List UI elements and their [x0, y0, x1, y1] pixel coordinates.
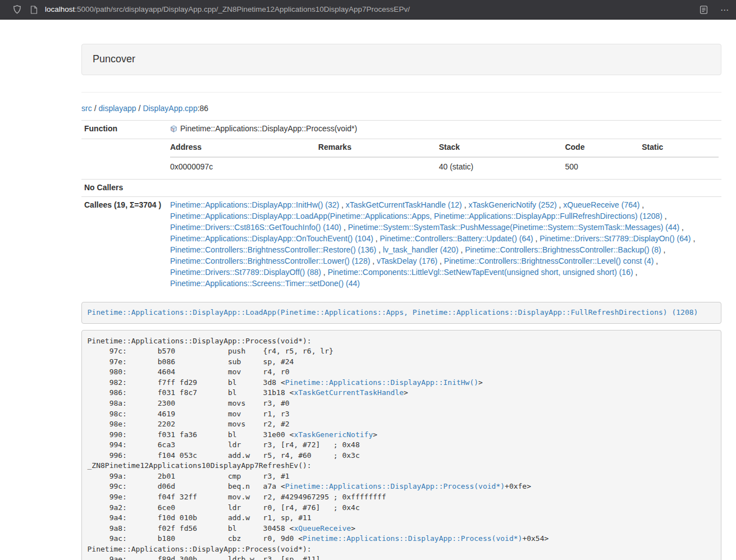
address-value: 0x0000097c [170, 157, 318, 176]
browser-url-bar: localhost:5000/path/src/displayapp/Displ… [0, 0, 736, 20]
callee-link[interactable]: Pinetime::Applications::Screens::Timer::… [170, 279, 360, 288]
page-actions-menu-icon[interactable]: ⋯ [720, 6, 729, 14]
divider [81, 92, 721, 93]
callees-row: Callees (19, Σ=3704 ) Pinetime::Applicat… [81, 196, 721, 292]
callees-label: Callees (19, Σ=3704 ) [81, 196, 167, 292]
disassembly-symbol-link[interactable]: Pinetime::Applications::DisplayApp::Proc… [303, 534, 522, 543]
column-header-address: Address [170, 142, 318, 157]
disassembly-line: Pinetime::Applications::DisplayApp::Proc… [88, 544, 716, 555]
shield-icon[interactable] [12, 4, 22, 15]
column-header-remarks: Remarks [318, 142, 439, 157]
callee-link[interactable]: Pinetime::Controllers::BrightnessControl… [444, 256, 653, 265]
disassembly-line: 98e: 2202 movs r2, #2 [88, 419, 716, 430]
disassembly-line: 982: f7ff fd29 bl 3d8 <Pinetime::Applica… [88, 378, 716, 388]
page-container: Puncover src/displayapp/DisplayApp.cpp:8… [81, 44, 721, 560]
breadcrumb-link-displayapp[interactable]: displayapp [99, 104, 136, 113]
urlbar-actions: ⋯ [700, 6, 729, 14]
column-header-static: Static [642, 142, 719, 157]
disassembly-line: 9a8: f02f fd56 bl 30458 <xQueueReceive> [88, 524, 716, 534]
callee-link[interactable]: Pinetime::Controllers::BrightnessControl… [170, 245, 376, 254]
column-header-stack: Stack [439, 142, 565, 157]
callees-list: Pinetime::Applications::DisplayApp::Init… [167, 196, 721, 292]
url-path: :5000/path/src/displayapp/DisplayApp.cpp… [75, 5, 410, 13]
function-name: Pinetime::Applications::DisplayApp::Proc… [180, 124, 357, 133]
method-icon [170, 125, 177, 136]
breadcrumb-separator: / [139, 104, 141, 113]
disassembly-line: Pinetime::Applications::DisplayApp::Proc… [88, 336, 716, 347]
disassembly-line: 996: f104 053c add.w r5, r4, #60 ; 0x3c [88, 451, 716, 461]
disassembly-line: 994: 6ca3 ldr r3, [r4, #72] ; 0x48 [88, 440, 716, 451]
disassembly-line: 97e: b086 sub sp, #24 [88, 357, 716, 368]
disassembly-symbol-link[interactable]: Pinetime::Applications::DisplayApp::Init… [285, 378, 478, 387]
disassembly-symbol-link[interactable]: xTaskGetCurrentTaskHandle [294, 388, 404, 397]
callee-link[interactable]: lv_task_handler (420) [383, 245, 459, 254]
breadcrumb-separator: / [94, 104, 97, 113]
callee-link[interactable]: xQueueReceive (764) [563, 200, 639, 209]
callee-link[interactable]: Pinetime::Components::LittleVgl::SetNewT… [328, 268, 633, 277]
page-title: Puncover [93, 53, 135, 65]
column-header-code: Code [565, 142, 642, 157]
disassembly-line: 9ac: b180 cbz r0, 9d0 <Pinetime::Applica… [88, 534, 716, 544]
stack-value: 40 (static) [439, 157, 565, 176]
disassembly-line: _ZN8Pinetime12Applications10DisplayApp7R… [88, 461, 716, 471]
static-value [642, 157, 719, 176]
code-value: 500 [565, 157, 642, 176]
breadcrumb-line-number: :86 [198, 104, 208, 113]
disassembly-line: 980: 4604 mov r4, r0 [88, 367, 716, 378]
callee-link[interactable]: Pinetime::Drivers::St7789::DisplayOn() (… [540, 234, 691, 243]
remarks-value [318, 157, 439, 176]
callee-link[interactable]: Pinetime::Applications::DisplayApp::Load… [170, 212, 662, 221]
summary-empty-label [81, 139, 167, 179]
function-table: Function Pinetime::Applications::Display… [81, 120, 721, 292]
summary-row: Address Remarks Stack Code Static 0x0000… [81, 139, 721, 179]
callee-link[interactable]: vTaskDelay (176) [377, 256, 437, 265]
disassembly-line: 98a: 2300 movs r3, #0 [88, 398, 716, 409]
callee-link[interactable]: Pinetime::Controllers::Battery::Update()… [380, 234, 533, 243]
puncover-header-panel: Puncover [81, 44, 721, 75]
function-label: Function [81, 120, 167, 139]
summary-table: Address Remarks Stack Code Static 0x0000… [170, 142, 719, 176]
callee-link[interactable]: Pinetime::Applications::DisplayApp::OnTo… [170, 234, 373, 243]
no-callers-label: No Callers [81, 179, 167, 196]
disassembly-line: 98c: 4619 mov r1, r3 [88, 409, 716, 420]
symbol-link[interactable]: Pinetime::Applications::DisplayApp::Load… [88, 308, 698, 316]
page-info-icon[interactable] [30, 6, 38, 14]
callee-link[interactable]: Pinetime::Drivers::Cst816S::GetTouchInfo… [170, 223, 341, 232]
table-row: 0x0000097c 40 (static) 500 [170, 157, 719, 176]
breadcrumb: src/displayapp/DisplayApp.cpp:86 [81, 103, 721, 114]
disassembly-line: 99c: d06d beq.n a7a <Pinetime::Applicati… [88, 481, 716, 492]
disassembly-line: 9ae: f89d 300b ldrb.w r3, [sp, #11] [88, 554, 716, 560]
callee-link[interactable]: Pinetime::Controllers::BrightnessControl… [170, 256, 370, 265]
callee-link[interactable]: Pinetime::Applications::DisplayApp::Init… [170, 200, 339, 209]
disassembly-line: 9a2: 6ce0 ldr r0, [r4, #76] ; 0x4c [88, 503, 716, 513]
disassembly-line: 990: f031 fa36 bl 31e00 <xTaskGenericNot… [88, 430, 716, 440]
reader-mode-icon[interactable] [700, 6, 708, 14]
disassembly-symbol-link[interactable]: xTaskGenericNotify [294, 430, 373, 439]
disassembly-line: 97c: b570 push {r4, r5, r6, lr} [88, 346, 716, 357]
callee-link[interactable]: xTaskGetCurrentTaskHandle (12) [346, 200, 462, 209]
disassembly-line: 99e: f04f 32ff mov.w r2, #4294967295 ; 0… [88, 492, 716, 503]
disassembly-line: 9a4: f10d 010b add.w r1, sp, #11 [88, 513, 716, 524]
disassembly-line: 986: f031 f8c7 bl 31b18 <xTaskGetCurrent… [88, 388, 716, 398]
disassembly-line: 99a: 2b01 cmp r3, #1 [88, 471, 716, 482]
function-row: Function Pinetime::Applications::Display… [81, 120, 721, 139]
url-input[interactable]: localhost:5000/path/src/displayapp/Displ… [45, 4, 693, 15]
no-callers-row: No Callers [81, 179, 721, 196]
disassembly-symbol-link[interactable]: xQueueReceive [294, 524, 351, 533]
breadcrumb-link-src[interactable]: src [81, 104, 92, 113]
symbol-highlight-box: Pinetime::Applications::DisplayApp::Load… [81, 302, 721, 324]
disassembly-symbol-link[interactable]: Pinetime::Applications::DisplayApp::Proc… [285, 482, 505, 490]
callee-link[interactable]: Pinetime::System::SystemTask::PushMessag… [348, 223, 680, 232]
url-host: localhost [45, 5, 75, 13]
disassembly-block: Pinetime::Applications::DisplayApp::Proc… [81, 330, 721, 560]
callee-link[interactable]: Pinetime::Drivers::St7789::DisplayOff() … [170, 268, 321, 277]
callee-link[interactable]: xTaskGenericNotify (252) [468, 200, 556, 209]
callee-link[interactable]: Pinetime::Controllers::BrightnessControl… [465, 245, 661, 254]
breadcrumb-link-file[interactable]: DisplayApp.cpp [143, 104, 197, 113]
